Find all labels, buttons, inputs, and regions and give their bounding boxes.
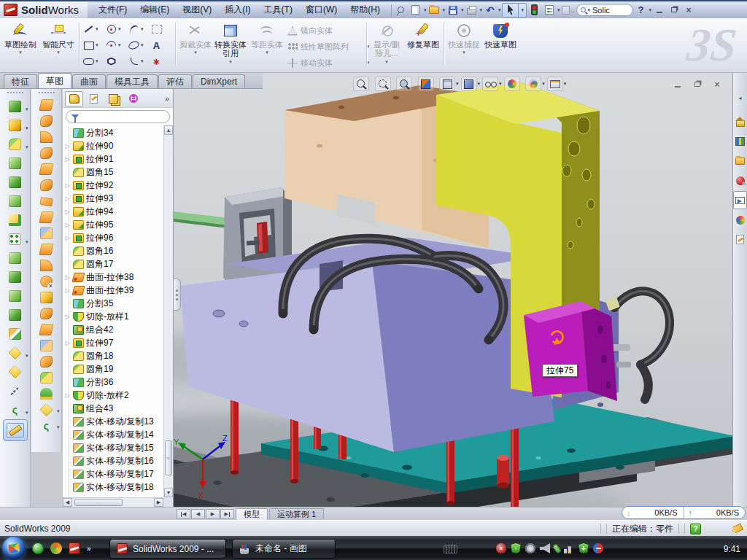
toolbar-button[interactable]: ▾ [1, 362, 29, 381]
select-tool[interactable]: ▾ [502, 3, 527, 18]
toolbar-button[interactable]: ▾ [33, 129, 61, 145]
toolbar-button[interactable]: ▾ [1, 97, 29, 116]
traffic-light-icon[interactable] [528, 3, 541, 18]
command-tab[interactable]: DimXpert [193, 74, 245, 88]
chevron-down-icon[interactable]: ▾ [588, 7, 591, 13]
sketch-button[interactable]: 草图绘制▾ [3, 20, 38, 55]
chevron-down-icon[interactable]: ▾ [118, 42, 121, 48]
tree-item[interactable]: ▷ 分割36 [63, 376, 163, 389]
sketch-entity-icon[interactable] [82, 39, 96, 52]
sketch-entity-icon[interactable] [82, 23, 96, 36]
expand-arrow-icon[interactable]: ▷ [64, 340, 71, 346]
toolbar-button[interactable]: ▾ [1, 154, 29, 173]
toolbar-button[interactable]: ▾ [33, 354, 61, 370]
toolbar-button[interactable]: ▾ [1, 306, 29, 324]
toolbar-button[interactable]: ▾ [33, 273, 61, 289]
tree-item[interactable]: ▷ 拉伸93 [63, 192, 163, 205]
hud-view-icon[interactable] [461, 77, 477, 91]
close-button[interactable]: × [682, 4, 695, 15]
toolbar-button[interactable]: ▾ [1, 287, 29, 306]
tab-solidworks-resources[interactable] [733, 112, 747, 131]
search-input[interactable]: ▾ Solic [576, 4, 633, 16]
taskbar-clock[interactable]: 9:41 [724, 544, 740, 554]
chevron-down-icon[interactable]: ▾ [141, 58, 144, 64]
expand-arrow-icon[interactable]: ▷ [64, 287, 71, 294]
scroll-up-icon[interactable]: ▲ [164, 125, 173, 135]
sketch-entity-icon[interactable] [150, 55, 163, 68]
tab-dimxpertmanager[interactable] [124, 91, 142, 106]
toolbar-button[interactable]: ▾ [33, 257, 61, 273]
minimize-button[interactable] [653, 4, 666, 15]
quick-launch-icon[interactable] [32, 542, 44, 554]
toolbar-button[interactable]: ▾ [33, 322, 61, 338]
menu-item[interactable]: 编辑(E) [133, 1, 176, 18]
chevron-down-icon[interactable]: ▾ [118, 26, 121, 32]
chevron-down-icon[interactable]: ▾ [96, 26, 98, 32]
expand-arrow-icon[interactable]: ▷ [64, 143, 71, 149]
tray-icon[interactable] [552, 543, 562, 554]
toolbar-button[interactable]: ▾ [33, 209, 61, 225]
save-icon[interactable] [446, 3, 460, 18]
chevron-down-icon[interactable]: ▾ [141, 26, 144, 32]
tree-vertical-scrollbar[interactable]: ▲ ≡ ▼ [163, 125, 173, 497]
convert-entities-button[interactable]: 转换实体引用▾ [213, 20, 248, 65]
quick-tips-icon[interactable]: ? [690, 524, 701, 534]
tree-item[interactable]: ▷ 圆角16 [63, 244, 163, 257]
expand-arrow-icon[interactable]: ▷ [64, 222, 71, 228]
tray-icon[interactable] [525, 543, 535, 553]
command-tab[interactable]: 草图 [38, 73, 71, 88]
tree-item[interactable]: ▷ 圆角17 [63, 257, 163, 271]
tree-item[interactable]: ▷ 实体-移动/复制16 [63, 454, 163, 467]
toolbar-button[interactable]: ▾ [33, 289, 61, 306]
toolbar-button[interactable]: ▾ [33, 338, 61, 354]
toolbar-button[interactable]: ▾ [33, 97, 61, 113]
hud-view-icon[interactable] [482, 77, 498, 91]
tree-item[interactable]: ▷ 组合42 [63, 323, 163, 336]
scroll-down-icon[interactable]: ▼ [164, 488, 173, 497]
tab-model[interactable]: 模型 [236, 508, 268, 520]
hud-view-icon[interactable] [375, 77, 391, 91]
toolbar-button[interactable]: ▾ [1, 230, 29, 249]
doc-close-button[interactable]: × [711, 79, 724, 90]
tree-item[interactable]: ▷ 圆角15 [63, 166, 163, 179]
sketch-entity-icon[interactable] [104, 23, 118, 36]
command-tab[interactable]: 曲面 [72, 74, 106, 88]
sketch-entity-icon[interactable] [127, 39, 141, 52]
panel-overflow[interactable]: » [165, 94, 171, 103]
toolbar-button[interactable]: ▾ [33, 161, 61, 177]
tree-item[interactable]: ▷ 圆角18 [63, 349, 163, 362]
panel-splitter[interactable] [174, 279, 181, 311]
expand-arrow-icon[interactable]: ▷ [64, 392, 71, 399]
toolbar-button[interactable]: ▾ [33, 418, 61, 434]
chevron-down-icon[interactable]: ▾ [96, 58, 98, 64]
tree-item[interactable]: ▷ 实体-移动/复制14 [63, 428, 163, 441]
tag-icon[interactable] [731, 523, 744, 534]
doc-restore-button[interactable] [691, 79, 704, 90]
smart-dimension-button[interactable]: 智能尺寸▾ [41, 20, 76, 55]
toolbar-button[interactable]: ▾ [1, 192, 29, 211]
tray-icon[interactable] [578, 543, 589, 553]
tree-item[interactable]: ▷ 拉伸91 [63, 152, 163, 166]
toolbar-button[interactable]: ▾ [33, 113, 61, 129]
toolbar-button[interactable]: ▾ [1, 268, 29, 287]
help-icon[interactable]: ? [635, 3, 648, 18]
repair-sketch-button[interactable]: 修复草图 [406, 20, 441, 49]
tab-view-palette[interactable] [733, 191, 747, 209]
hud-view-icon[interactable] [439, 77, 455, 91]
print-icon[interactable] [465, 3, 478, 18]
tree-item[interactable]: ▷ 分割35 [63, 297, 163, 310]
tree-item[interactable]: ▷ 圆角19 [63, 362, 163, 376]
expand-arrow-icon[interactable]: ▷ [64, 314, 71, 320]
expand-arrow-icon[interactable]: ▷ [64, 156, 71, 163]
sprue-bushing-part[interactable] [174, 187, 292, 289]
menu-item[interactable]: 视图(V) [176, 1, 218, 18]
toolbar-button[interactable]: ▾ [1, 173, 29, 192]
tree-item[interactable]: ▷ 拉伸97 [63, 336, 163, 349]
hud-view-icon[interactable] [547, 77, 563, 91]
toolbar-button[interactable]: ▾ [33, 386, 61, 402]
tree-item[interactable]: ▷ 拉伸94 [63, 205, 163, 218]
scroll-left-icon[interactable]: ◀ [63, 498, 72, 507]
sketch-entity-icon[interactable] [82, 55, 96, 68]
study-nav-button[interactable]: ◀ [191, 509, 205, 519]
tray-icon[interactable] [540, 543, 550, 553]
